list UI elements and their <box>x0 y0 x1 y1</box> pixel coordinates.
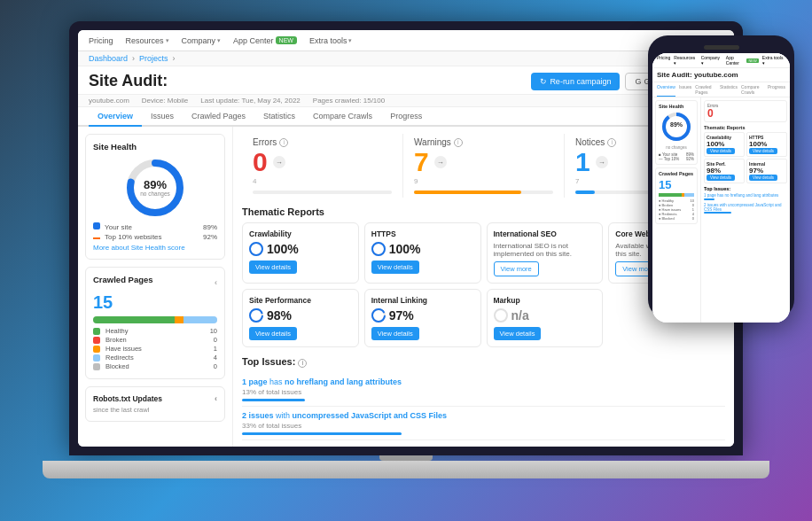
site-perf-view-btn[interactable]: View details <box>249 327 297 340</box>
errors-value: 0 <box>253 149 268 175</box>
intl-seo-view-btn[interactable]: View more <box>494 261 539 276</box>
nav-company[interactable]: Company ▾ <box>182 36 222 45</box>
tab-progress[interactable]: Progress <box>381 107 431 127</box>
phone-tab-issues[interactable]: Issues <box>679 82 691 97</box>
phone-crawlability-btn[interactable]: View details <box>707 148 735 154</box>
health-label: no changes <box>140 191 170 197</box>
phone-report-internal: Internal 97% View details <box>746 159 787 183</box>
tab-overview[interactable]: Overview <box>89 107 142 127</box>
google-icon: G <box>635 77 641 86</box>
report-internal-linking: Internal Linking 97% View details <box>364 289 481 347</box>
nav-resources[interactable]: Resources ▾ <box>126 36 169 45</box>
warnings-metric: Warnings i 7 → 9 <box>403 134 565 198</box>
redirects-dot <box>93 354 100 362</box>
svg-point-3 <box>250 243 262 255</box>
donut-container: 89% no changes <box>93 157 217 219</box>
phone-crawled-count: 15 <box>659 178 694 191</box>
internal-linking-circle-icon <box>371 308 386 323</box>
issues-info-icon[interactable]: i <box>298 359 307 368</box>
phone-report-https: HTTPS 100% View details <box>746 132 787 157</box>
phone-tabs: Overview Issues Crawled Pages Statistics… <box>652 82 790 97</box>
laptop-screen: Pricing Resources ▾ Company ▾ App Center… <box>69 21 743 455</box>
warnings-info-icon[interactable]: i <box>454 138 463 147</box>
tab-issues[interactable]: Issues <box>142 107 183 127</box>
markup-circle-icon <box>494 308 508 323</box>
phone-tab-compare[interactable]: Compare Crawls <box>741 82 764 97</box>
breadcrumb-projects[interactable]: Projects <box>139 54 168 63</box>
phone-tab-overview[interactable]: Overview <box>657 82 675 97</box>
phone-report-perf: Site Perf. 98% View details <box>704 159 745 183</box>
warnings-label: Warnings i <box>414 137 553 147</box>
issue-title-0[interactable]: 1 page has no hreflang and lang attribut… <box>242 377 725 386</box>
laptop-screen-inner: Pricing Resources ▾ Company ▾ App Center… <box>78 30 734 447</box>
meta-bar: youtube.com Device: Mobile Last update: … <box>78 95 734 107</box>
phone-donut <box>659 111 694 143</box>
phone-top-issues: Top Issues: 1 page has no hreflang and l… <box>704 186 787 214</box>
nav-extra-tools[interactable]: Extra tools ▾ <box>309 36 353 45</box>
bar-healthy <box>93 316 175 323</box>
phone-errors-value: 0 <box>707 108 718 119</box>
crawlability-view-btn[interactable]: View details <box>249 260 297 274</box>
issue-item-0: 1 page has no hreflang and lang attribut… <box>242 373 725 407</box>
top-issues-title: Top Issues: i <box>242 356 725 368</box>
errors-prev: 4 <box>253 177 392 185</box>
notices-info-icon[interactable]: i <box>607 138 616 147</box>
phone-tab-crawled[interactable]: Crawled Pages <box>695 82 716 97</box>
phone-https-btn[interactable]: View details <box>749 148 777 154</box>
nav-app-center[interactable]: App Center NEW <box>233 36 297 45</box>
meta-pages-crawled: Pages crawled: 15/100 <box>313 97 385 105</box>
robots-chevron-icon: ‹ <box>215 394 217 403</box>
legend-healthy: Healthy 10 <box>93 327 217 335</box>
bar-legend: Healthy 10 Broken 0 <box>93 327 217 370</box>
warnings-prev: 9 <box>414 177 553 185</box>
errors-info-icon[interactable]: i <box>279 138 288 147</box>
svg-point-5 <box>372 243 385 255</box>
refresh-icon: ↻ <box>540 77 547 86</box>
chevron-down-icon: ▾ <box>217 37 221 44</box>
phone-donut-chart <box>660 111 692 143</box>
more-health-link[interactable]: More about Site Health score <box>93 244 217 252</box>
tab-crawled-pages[interactable]: Crawled Pages <box>183 107 254 127</box>
report-markup: Markup n/a View details <box>487 289 604 347</box>
phone-internal-btn[interactable]: View details <box>749 175 777 181</box>
phone-main: Site Health 89% no changes ■ Your site89… <box>652 97 790 323</box>
warnings-arrow-icon: → <box>434 156 447 168</box>
donut-center: 89% no changes <box>140 179 170 197</box>
phone-tab-stats[interactable]: Statistics <box>720 82 738 97</box>
nav-pricing[interactable]: Pricing <box>89 36 113 45</box>
legend-your-site: Your site 89% <box>93 222 217 231</box>
report-crawlability: Crawlability 100% View details <box>242 222 359 284</box>
svg-point-9 <box>372 309 385 322</box>
rerun-campaign-button[interactable]: ↻ Re-run campaign <box>531 73 620 90</box>
errors-label: Errors i <box>253 137 392 147</box>
phone-notch <box>704 45 739 50</box>
https-circle-icon <box>371 242 386 256</box>
phone-issue-1[interactable]: 2 issues with uncompressed JavaScript an… <box>704 203 787 212</box>
issue-title-1[interactable]: 2 issues with uncompressed JavaScript an… <box>242 411 725 420</box>
chevron-down-icon: ▾ <box>166 37 169 44</box>
top10-dot <box>93 237 100 239</box>
issue-subtitle-0: 13% of total issues <box>242 388 725 396</box>
tab-statistics[interactable]: Statistics <box>254 107 304 127</box>
phone-issue-0[interactable]: 1 page has no hreflang and lang attribut… <box>704 193 787 198</box>
phone-perf-btn[interactable]: View details <box>707 175 735 181</box>
errors-metric: Errors i 0 → 4 <box>242 134 403 198</box>
phone-frame: Pricing Resources ▾ Company ▾ App Center… <box>648 35 794 319</box>
legend-blocked: Blocked 0 <box>93 362 217 370</box>
tab-compare-crawls[interactable]: Compare Crawls <box>304 107 381 127</box>
phone-site-health-card: Site Health 89% no changes ■ Your site89… <box>655 100 698 165</box>
phone-tab-progress[interactable]: Progress <box>768 82 785 97</box>
sidebar: Site Health 89% no changes <box>78 127 233 447</box>
markup-view-btn[interactable]: View details <box>494 327 542 340</box>
issues-dot <box>93 346 100 353</box>
report-https: HTTPS 100% View details <box>364 222 481 284</box>
legend-broken: Broken 0 <box>93 336 217 344</box>
svg-point-7 <box>250 309 262 322</box>
crawled-pages-card: Crawled Pages ‹ 15 <box>85 267 225 379</box>
internal-linking-view-btn[interactable]: View details <box>371 327 419 340</box>
warnings-value: 7 <box>414 149 429 175</box>
svg-point-10 <box>495 309 507 322</box>
breadcrumb-dashboard[interactable]: Dashboard <box>89 54 128 63</box>
https-view-btn[interactable]: View details <box>371 260 419 274</box>
app-center-badge: NEW <box>276 36 297 44</box>
